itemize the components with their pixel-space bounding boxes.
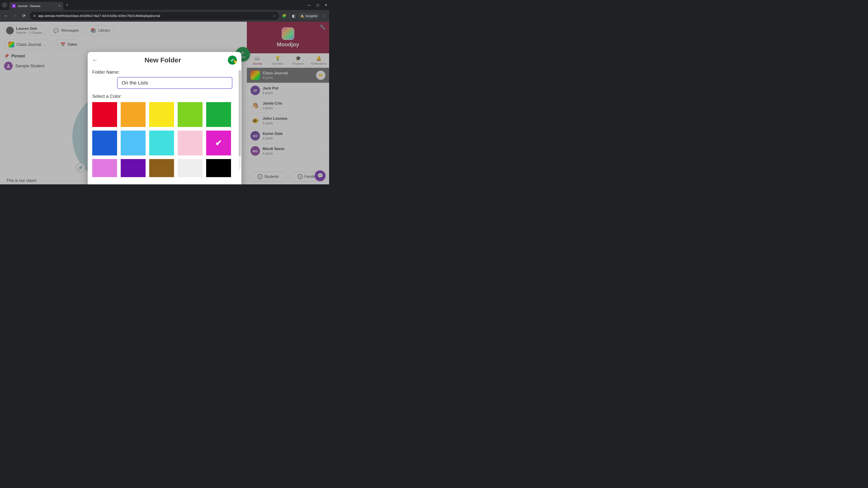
color-swatch[interactable] bbox=[149, 102, 174, 127]
modal-scrollbar[interactable] bbox=[239, 70, 241, 169]
address-bar[interactable]: ⚙ app.seesaw.me/#/class/class.e01bf4c2-9… bbox=[30, 12, 279, 20]
window-controls: ― ▢ ✕ bbox=[308, 3, 327, 7]
color-swatch[interactable] bbox=[149, 131, 174, 156]
tab-close-icon[interactable]: × bbox=[59, 4, 61, 8]
color-swatch[interactable] bbox=[121, 131, 146, 156]
color-swatch[interactable] bbox=[178, 159, 203, 177]
tab-title: Journal - Seesaw bbox=[18, 4, 57, 8]
forward-button: → bbox=[12, 13, 18, 19]
bookmark-star-icon[interactable]: ☆ bbox=[273, 14, 276, 18]
modal-title: New Folder bbox=[98, 56, 228, 64]
modal-header: ← New Folder ✔ 👆 bbox=[88, 52, 241, 68]
color-grid bbox=[92, 102, 237, 184]
new-folder-modal: ← New Folder ✔ 👆 Folder Name: Select a C… bbox=[88, 52, 241, 184]
color-swatch[interactable] bbox=[92, 159, 117, 177]
scrollbar-thumb[interactable] bbox=[239, 70, 241, 156]
side-panel-icon[interactable]: ◧ bbox=[292, 14, 296, 18]
new-tab-button[interactable]: + bbox=[66, 3, 68, 7]
incognito-badge[interactable]: 🕵️ Incognito bbox=[298, 13, 320, 19]
browser-menu-icon[interactable]: ⋮ bbox=[322, 13, 327, 18]
color-swatch[interactable] bbox=[92, 131, 117, 156]
maximize-icon[interactable]: ▢ bbox=[316, 3, 319, 7]
select-color-label: Select a Color: bbox=[92, 94, 237, 99]
folder-name-label: Folder Name: bbox=[92, 70, 237, 75]
reload-button[interactable]: ⟳ bbox=[21, 13, 27, 19]
incognito-icon: 🕵️ bbox=[301, 14, 304, 18]
color-swatch[interactable] bbox=[178, 102, 203, 127]
color-swatch[interactable] bbox=[178, 131, 203, 156]
color-swatch[interactable] bbox=[206, 131, 231, 156]
color-swatch[interactable] bbox=[121, 102, 146, 127]
modal-confirm-button[interactable]: ✔ bbox=[228, 56, 237, 65]
browser-tab[interactable]: S Journal - Seesaw × bbox=[9, 2, 63, 10]
site-settings-icon[interactable]: ⚙ bbox=[33, 14, 36, 18]
back-button[interactable]: ← bbox=[3, 13, 9, 19]
app-root: Lauren Deli Teacher - 2 Classes 💬 Messag… bbox=[0, 22, 329, 184]
color-swatch[interactable] bbox=[206, 102, 231, 127]
close-window-icon[interactable]: ✕ bbox=[324, 3, 327, 7]
extensions-icon[interactable]: 🧩 bbox=[282, 14, 286, 18]
modal-body: Folder Name: Select a Color: bbox=[88, 68, 241, 184]
browser-titlebar: S Journal - Seesaw × + ― ▢ ✕ bbox=[0, 0, 329, 10]
browser-toolbar: ← → ⟳ ⚙ app.seesaw.me/#/class/class.e01b… bbox=[0, 10, 329, 22]
color-swatch[interactable] bbox=[149, 159, 174, 177]
incognito-label: Incognito bbox=[305, 14, 317, 18]
modal-back-button[interactable]: ← bbox=[92, 57, 98, 63]
color-swatch[interactable] bbox=[92, 102, 117, 127]
folder-name-input[interactable] bbox=[117, 77, 232, 89]
tab-favicon: S bbox=[12, 4, 16, 8]
tab-group-dot[interactable] bbox=[2, 2, 7, 8]
color-swatch[interactable] bbox=[206, 159, 231, 177]
color-swatch[interactable] bbox=[121, 159, 146, 177]
toolbar-divider bbox=[289, 13, 289, 19]
url-text: app.seesaw.me/#/class/class.e01bf4c2-9a2… bbox=[38, 14, 271, 18]
minimize-icon[interactable]: ― bbox=[308, 3, 311, 7]
